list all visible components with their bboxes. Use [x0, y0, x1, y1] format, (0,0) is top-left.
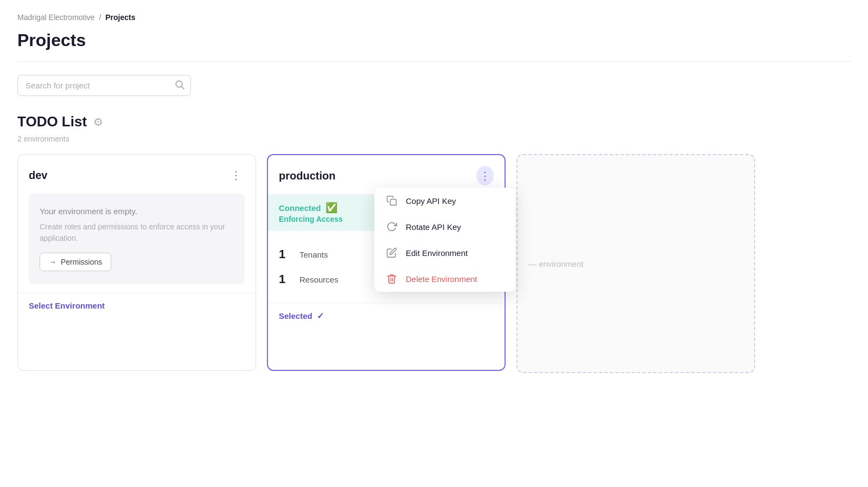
empty-desc-dev: Create roles and permissions to enforce …	[40, 221, 234, 244]
copy-icon	[385, 195, 398, 206]
permissions-button[interactable]: → Permissions	[40, 253, 111, 271]
delete-environment-label: Delete Environment	[406, 274, 477, 284]
env-card-production: production ⋮ Copy API Key	[267, 154, 506, 371]
dropdown-delete-environment[interactable]: Delete Environment	[374, 266, 515, 292]
env-card-dev: dev ⋮ Your environment is empty. Create …	[17, 154, 256, 371]
rotate-api-key-label: Rotate API Key	[406, 222, 461, 232]
breadcrumb-org[interactable]: Madrigal Electromotive	[17, 13, 94, 22]
project-name: TODO List	[17, 113, 87, 130]
dropdown-copy-api-key[interactable]: Copy API Key	[374, 188, 515, 214]
arrow-right-icon: →	[49, 258, 56, 266]
empty-state-dev: Your environment is empty. Create roles …	[29, 194, 245, 284]
selected-label: Selected ✓	[279, 311, 494, 321]
stat-label-resources: Resources	[299, 275, 339, 284]
edit-icon	[385, 247, 398, 258]
search-container	[17, 75, 191, 96]
stat-label-tenants: Tenants	[299, 250, 328, 259]
card-header-dev: dev ⋮	[18, 155, 256, 194]
connected-status: Connected	[279, 203, 321, 213]
breadcrumb-current: Projects	[105, 13, 135, 22]
add-env-text: — environment	[528, 259, 584, 268]
search-input[interactable]	[17, 75, 191, 96]
breadcrumb-separator: /	[99, 13, 101, 22]
card-footer-production: Selected ✓	[268, 303, 505, 332]
cards-row: dev ⋮ Your environment is empty. Create …	[17, 154, 851, 373]
dashed-card-content: — environment	[518, 155, 754, 372]
gear-icon[interactable]: ⚙	[93, 116, 103, 129]
stat-resources: 1 Resources	[279, 267, 386, 292]
edit-environment-label: Edit Environment	[406, 248, 468, 258]
connected-check-icon: ✅	[326, 202, 337, 214]
stat-tenants: 1 Tenants	[279, 242, 386, 267]
svg-rect-2	[391, 200, 397, 206]
more-options-dev[interactable]: ⋮	[227, 165, 245, 185]
env-name-dev: dev	[29, 169, 47, 182]
copy-api-key-label: Copy API Key	[406, 196, 456, 206]
page-title: Projects	[17, 30, 851, 50]
rotate-icon	[385, 221, 398, 232]
dropdown-edit-environment[interactable]: Edit Environment	[374, 240, 515, 266]
card-header-production: production ⋮ Copy API Key	[268, 155, 505, 194]
more-options-production[interactable]: ⋮	[476, 166, 494, 185]
stat-num-tenants: 1	[279, 247, 294, 261]
env-count: 2 environments	[17, 134, 851, 143]
permissions-label: Permissions	[61, 258, 102, 266]
env-card-empty: — environment	[516, 154, 755, 373]
selected-check-icon: ✓	[317, 311, 324, 321]
dropdown-menu: Copy API Key Rotate API Key	[374, 188, 515, 292]
trash-icon	[385, 273, 398, 284]
card-footer-dev: Select Environment	[18, 293, 256, 322]
project-header: TODO List ⚙	[17, 113, 851, 130]
divider	[17, 61, 851, 62]
select-environment-link[interactable]: Select Environment	[29, 301, 105, 310]
breadcrumb: Madrigal Electromotive / Projects	[17, 13, 851, 22]
env-name-production: production	[279, 170, 335, 182]
dropdown-rotate-api-key[interactable]: Rotate API Key	[374, 214, 515, 240]
stat-num-resources: 1	[279, 272, 294, 286]
empty-title-dev: Your environment is empty.	[40, 207, 234, 216]
